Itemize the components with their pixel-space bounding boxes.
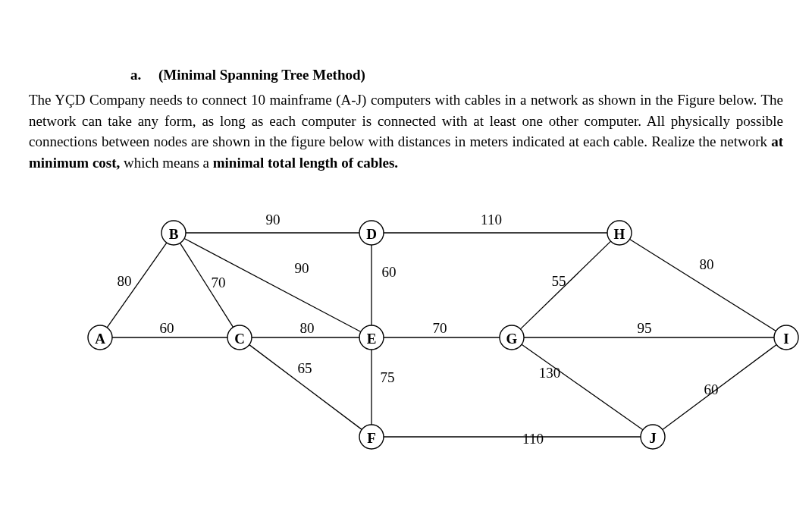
heading-letter: a. — [130, 67, 141, 83]
edge-weight-B-C: 70 — [212, 275, 226, 290]
network-graph: 8060709090806560110757011055951308060 AB… — [76, 212, 804, 463]
edge-weight-H-I: 80 — [700, 256, 714, 272]
svg-text:H: H — [614, 226, 625, 242]
node-G: G — [500, 325, 524, 350]
node-J: J — [641, 425, 665, 449]
node-F: F — [359, 425, 384, 449]
edge-A-B — [107, 243, 167, 328]
heading: a. (Minimal Spanning Tree Method) — [130, 67, 783, 83]
heading-title: (Minimal Spanning Tree Method) — [158, 67, 365, 83]
edge-weight-A-C: 60 — [160, 320, 174, 336]
edge-weight-E-F: 75 — [381, 369, 395, 385]
svg-text:F: F — [367, 430, 376, 446]
edge-weight-A-B: 80 — [118, 273, 132, 289]
edge-weight-G-H: 55 — [552, 273, 566, 289]
problem-text: The YÇD Company needs to connect 10 main… — [29, 89, 783, 173]
svg-text:E: E — [367, 331, 377, 347]
svg-text:G: G — [506, 331, 518, 347]
node-A: A — [88, 325, 112, 350]
edge-weight-B-E: 90 — [295, 260, 309, 276]
node-E: E — [359, 325, 384, 350]
node-B: B — [161, 221, 186, 245]
edge-weight-B-D: 90 — [266, 212, 281, 228]
edge-H-I — [630, 240, 776, 331]
svg-text:A: A — [95, 331, 105, 347]
edge-weight-C-F: 65 — [298, 360, 312, 376]
body-part-2: which means a — [120, 155, 212, 171]
svg-text:C: C — [234, 331, 245, 347]
edge-weight-D-H: 110 — [481, 212, 502, 228]
svg-text:B: B — [169, 226, 179, 242]
edge-I-J — [663, 345, 776, 430]
edge-weight-E-G: 70 — [433, 320, 447, 336]
edge-weight-F-J: 110 — [522, 431, 544, 447]
edge-weight-C-E: 80 — [300, 320, 315, 336]
node-C: C — [227, 325, 252, 350]
edge-weight-I-J: 60 — [704, 381, 719, 397]
node-H: H — [607, 221, 632, 245]
svg-text:I: I — [783, 331, 788, 347]
svg-text:J: J — [649, 430, 657, 446]
node-D: D — [359, 221, 384, 245]
body-part-1: The YÇD Company needs to connect 10 main… — [29, 92, 783, 149]
edge-weight-G-I: 95 — [638, 320, 652, 336]
body-bold-2: minimal total length of cables. — [213, 155, 398, 171]
node-I: I — [774, 325, 798, 350]
edge-C-F — [249, 345, 362, 430]
edge-G-J — [522, 344, 643, 430]
edge-weight-D-E: 60 — [382, 264, 397, 280]
svg-text:D: D — [366, 226, 377, 242]
edge-weight-G-J: 130 — [539, 365, 561, 381]
